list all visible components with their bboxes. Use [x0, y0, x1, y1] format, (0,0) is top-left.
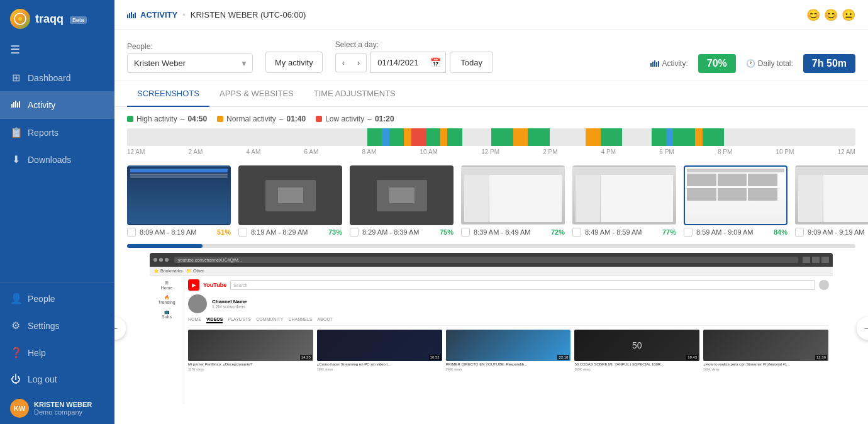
screenshot-card[interactable]: 8:19 AM - 8:29 AM 73%: [238, 165, 342, 237]
screenshot-time: 8:09 AM - 8:19 AM: [140, 228, 213, 236]
next-screenshot-button[interactable]: →: [857, 317, 868, 340]
emoji-happy: 😊: [806, 8, 820, 22]
help-icon: ❓: [10, 347, 21, 359]
header-breadcrumb: ACTIVITY • KRISTEN WEBER (UTC-06:00): [127, 10, 306, 20]
sidebar-item-reports[interactable]: 📋 Reports: [0, 119, 114, 146]
svg-rect-5: [17, 103, 18, 108]
screenshot-thumbnail: [684, 165, 787, 225]
activity-value: 70%: [698, 54, 736, 73]
activity-legend: High activity – 04:50 Normal activity – …: [114, 107, 868, 128]
screenshot-thumbnail: [350, 165, 453, 225]
screenshot-card[interactable]: 8:29 AM - 8:39 AM 75%: [350, 165, 453, 237]
my-activity-button[interactable]: My activity: [265, 52, 323, 73]
emoji-neutral-2: 😊: [824, 8, 838, 22]
screenshot-time: 8:19 AM - 8:29 AM: [251, 228, 325, 236]
logo-area: traqq Beta: [0, 0, 114, 38]
screenshot-card[interactable]: 8:59 AM - 9:09 AM 84%: [684, 165, 787, 237]
screenshot-time: 9:09 AM - 9:19 AM: [808, 228, 868, 236]
screenshot-info: 8:19 AM - 8:29 AM 73%: [238, 228, 342, 237]
sidebar-item-label: Downloads: [28, 155, 71, 165]
legend-high: High activity – 04:50: [127, 114, 207, 123]
screenshot-thumbnail: [572, 165, 676, 225]
screenshot-checkbox[interactable]: [684, 228, 693, 237]
date-next-button[interactable]: ›: [351, 53, 367, 72]
settings-icon: ⚙: [10, 320, 21, 332]
tab-time-adjustments[interactable]: TIME ADJUSTMENTS: [304, 81, 406, 107]
screenshot-checkbox[interactable]: [461, 228, 470, 237]
user-details: KRISTEN WEBER Demo company: [34, 401, 92, 416]
screenshot-card[interactable]: 8:39 AM - 8:49 AM 72%: [461, 165, 565, 237]
user-name: KRISTEN WEBER: [34, 401, 92, 408]
today-button[interactable]: Today: [450, 52, 493, 73]
time-label: 10 AM: [420, 148, 438, 155]
date-prev-button[interactable]: ‹: [335, 53, 351, 72]
svg-rect-16: [658, 61, 659, 67]
low-dot: [316, 116, 322, 122]
screenshot-thumbnail: [127, 165, 231, 225]
screenshot-thumbnail: [461, 165, 565, 225]
hamburger-icon: ☰: [10, 43, 20, 56]
screenshot-pct: 73%: [328, 228, 342, 236]
logo-text: traqq: [35, 13, 64, 26]
svg-rect-10: [133, 14, 134, 18]
main-content: ACTIVITY • KRISTEN WEBER (UTC-06:00) 😊 😊…: [114, 0, 868, 424]
sidebar-bottom: 👤 People ⚙ Settings ❓ Help ⏻ Log out KW …: [0, 282, 114, 424]
tab-apps-websites[interactable]: APPS & WEBSITES: [209, 81, 304, 107]
screenshot-content: youtube.com/channel/UC4QfM... ⭐ Bookmark…: [150, 253, 833, 404]
prev-screenshot-button[interactable]: ←: [114, 317, 126, 340]
screenshot-checkbox[interactable]: [238, 228, 247, 237]
person-select[interactable]: Kristen Weber: [127, 53, 253, 73]
sidebar-item-people[interactable]: 👤 People: [0, 285, 114, 312]
screenshot-time: 8:39 AM - 8:49 AM: [474, 228, 547, 236]
reports-icon: 📋: [10, 126, 21, 138]
svg-rect-7: [127, 14, 128, 18]
screenshot-info: 8:09 AM - 8:19 AM 51%: [127, 228, 231, 237]
date-nav: ‹ ›: [335, 53, 367, 72]
sidebar-item-activity[interactable]: Activity: [0, 91, 114, 119]
date-input[interactable]: [370, 52, 446, 73]
svg-rect-4: [15, 101, 16, 108]
sidebar-item-label: Dashboard: [28, 73, 71, 83]
screenshot-checkbox[interactable]: [127, 228, 136, 237]
screenshot-info: 8:39 AM - 8:49 AM 72%: [461, 228, 565, 237]
sidebar-item-downloads[interactable]: ⬇ Downloads: [0, 146, 114, 173]
beta-badge: Beta: [70, 16, 87, 24]
sidebar-item-settings[interactable]: ⚙ Settings: [0, 312, 114, 339]
screenshot-time: 8:59 AM - 9:09 AM: [696, 228, 770, 236]
time-label: 6 PM: [659, 148, 674, 155]
header-activity-label: ACTIVITY: [127, 10, 177, 20]
scroll-thumb[interactable]: [127, 244, 203, 248]
svg-rect-8: [129, 13, 130, 18]
sidebar-item-logout[interactable]: ⏻ Log out: [0, 366, 114, 393]
time-label: 6 AM: [304, 148, 319, 155]
svg-rect-3: [13, 102, 14, 108]
screenshot-info: 8:49 AM - 8:59 AM 77%: [572, 228, 676, 237]
tab-screenshots[interactable]: SCREENSHOTS: [127, 81, 209, 107]
downloads-icon: ⬇: [10, 153, 21, 165]
screenshot-checkbox[interactable]: [350, 228, 359, 237]
normal-dot: [217, 116, 223, 122]
person-select-wrapper: Kristen Weber ▼: [127, 53, 253, 73]
screenshot-card[interactable]: 8:49 AM - 8:59 AM 77%: [572, 165, 676, 237]
logout-icon: ⏻: [10, 374, 21, 385]
sidebar-item-dashboard[interactable]: ⊞ Dashboard: [0, 64, 114, 91]
screenshot-card[interactable]: 9:09 AM - 9:19 AM 99%: [795, 165, 868, 237]
time-label: 2 AM: [189, 148, 203, 155]
screenshot-checkbox[interactable]: [795, 228, 804, 237]
scroll-bar-row: [114, 244, 868, 253]
screenshot-pct: 51%: [217, 228, 231, 236]
daily-total-value: 7h 50m: [803, 54, 855, 73]
time-label: 4 AM: [247, 148, 261, 155]
sidebar-item-label: Settings: [28, 321, 60, 331]
time-label: 8 AM: [362, 148, 377, 155]
screenshot-card[interactable]: 8:09 AM - 8:19 AM 51%: [127, 165, 231, 237]
screenshot-info: 8:59 AM - 9:09 AM 84%: [684, 228, 787, 237]
mood-emojis: 😊 😊 😐: [806, 8, 855, 22]
screenshot-checkbox[interactable]: [572, 228, 581, 237]
hamburger-menu[interactable]: ☰: [0, 38, 114, 64]
sidebar-item-label: Help: [28, 348, 46, 358]
high-dot: [127, 116, 133, 122]
activity-stat-label: Activity:: [650, 59, 687, 68]
people-label: People:: [127, 42, 253, 51]
sidebar-item-help[interactable]: ❓ Help: [0, 339, 114, 366]
